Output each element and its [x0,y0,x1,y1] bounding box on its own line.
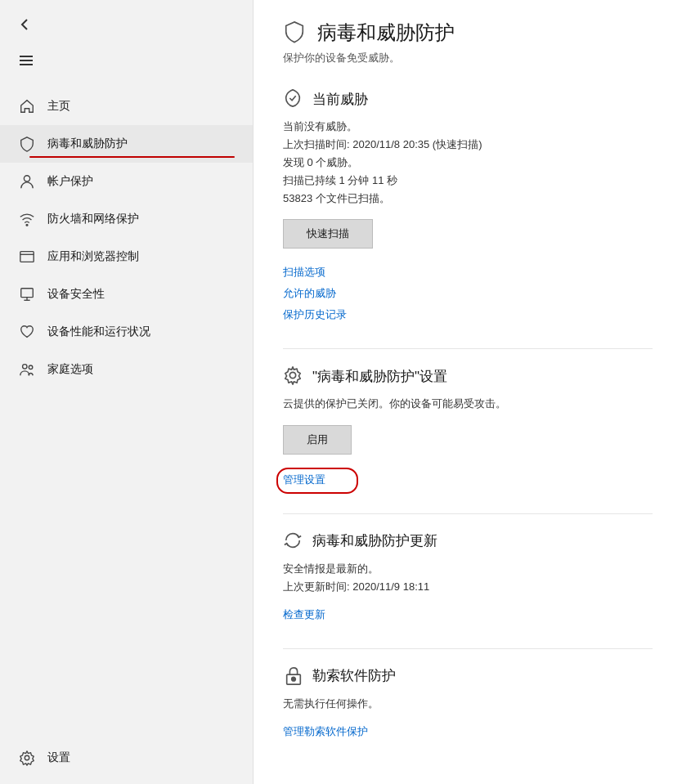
svg-point-4 [26,224,28,226]
svg-point-15 [292,677,296,681]
protection-settings-section: "病毒和威胁防护"设置 云提供的保护已关闭。你的设备可能易受攻击。 启用 管理设… [283,365,653,486]
threat-line-4: 扫描已持续 1 分钟 11 秒 [283,172,653,190]
current-threat-body: 当前没有威胁。 上次扫描时间: 2020/11/8 20:35 (快速扫描) 发… [283,118,653,208]
sidebar-item-virus-label: 病毒和威胁防护 [47,137,128,151]
page-header: 病毒和威胁防护 [283,20,653,46]
sidebar-item-family[interactable]: 家庭选项 [0,351,253,388]
enable-button[interactable]: 启用 [283,425,352,455]
protection-settings-icon [283,365,304,387]
computer-icon [18,285,36,303]
svg-rect-2 [20,64,33,65]
protection-updates-header: 病毒和威胁防护更新 [283,531,653,552]
sidebar-bottom: 设置 [0,739,253,784]
quick-scan-button[interactable]: 快速扫描 [283,219,373,249]
manage-ransomware-link[interactable]: 管理勒索软件保护 [283,724,653,739]
updates-line-1: 安全情报是最新的。 [283,560,653,578]
sidebar: 主页 病毒和威胁防护 帐户保护 防火 [0,0,254,784]
protection-updates-body: 安全情报是最新的。 上次更新时间: 2020/11/9 18:11 [283,560,653,596]
protection-updates-section: 病毒和威胁防护更新 安全情报是最新的。 上次更新时间: 2020/11/9 18… [283,531,653,622]
protection-updates-icon [283,531,304,552]
protection-history-link[interactable]: 保护历史记录 [283,307,653,322]
svg-point-12 [25,755,29,759]
ransomware-body: 无需执行任何操作。 [283,695,653,713]
sidebar-item-account[interactable]: 帐户保护 [0,163,253,200]
sidebar-item-home[interactable]: 主页 [0,87,253,125]
divider-1 [283,348,653,349]
page-subtitle: 保护你的设备免受威胁。 [283,51,653,65]
svg-rect-7 [21,289,34,298]
ransomware-header: 勒索软件防护 [283,665,653,687]
main-content: 病毒和威胁防护 保护你的设备免受威胁。 当前威胁 当前没有威胁。 上次扫描时间:… [254,0,682,784]
sidebar-item-device-performance-label: 设备性能和运行状况 [47,325,150,339]
current-threat-header: 当前威胁 [283,88,653,110]
threat-line-5: 53823 个文件已扫描。 [283,190,653,208]
manage-settings-container: 管理设置 [283,473,325,487]
protection-settings-header: "病毒和威胁防护"设置 [283,365,653,387]
current-threat-icon [283,88,304,110]
threat-line-3: 发现 0 个威胁。 [283,154,653,172]
back-button[interactable] [0,8,253,41]
ransomware-section: 勒索软件防护 无需执行任何操作。 管理勒索软件保护 [283,665,653,739]
threat-line-2: 上次扫描时间: 2020/11/8 20:35 (快速扫描) [283,136,653,154]
scan-options-link[interactable]: 扫描选项 [283,265,653,280]
hamburger-button[interactable] [0,44,253,79]
check-updates-link[interactable]: 检查更新 [283,607,653,622]
heart-icon [18,323,36,341]
sidebar-item-app-browser-label: 应用和浏览器控制 [47,249,139,264]
page-header-shield-icon [283,20,307,45]
person-icon [18,172,36,190]
ransomware-icon [283,665,304,687]
people-icon [18,361,36,379]
sidebar-item-family-label: 家庭选项 [47,362,93,377]
protection-settings-title: "病毒和威胁防护"设置 [312,367,447,386]
sidebar-item-home-label: 主页 [47,99,70,114]
svg-point-10 [23,365,27,369]
svg-rect-5 [20,252,34,262]
current-threat-section: 当前威胁 当前没有威胁。 上次扫描时间: 2020/11/8 20:35 (快速… [283,88,653,322]
sidebar-item-firewall[interactable]: 防火墙和网络保护 [0,200,253,238]
protection-updates-title: 病毒和威胁防护更新 [312,531,437,550]
divider-2 [283,513,653,514]
home-icon [18,97,36,115]
manage-settings-link[interactable]: 管理设置 [283,473,325,486]
protection-settings-body: 云提供的保护已关闭。你的设备可能易受攻击。 [283,395,653,413]
sidebar-item-device-security[interactable]: 设备安全性 [0,276,253,313]
threat-line-1: 当前没有威胁。 [283,118,653,136]
sidebar-item-device-performance[interactable]: 设备性能和运行状况 [0,313,253,351]
divider-3 [283,648,653,649]
sidebar-item-firewall-label: 防火墙和网络保护 [47,212,139,226]
ransomware-title: 勒索软件防护 [312,666,396,685]
svg-point-3 [24,176,29,181]
sidebar-item-account-label: 帐户保护 [47,174,93,189]
gear-icon [18,749,36,767]
shield-icon [18,135,36,153]
updates-line-2: 上次更新时间: 2020/11/9 18:11 [283,578,653,596]
sidebar-item-device-security-label: 设备安全性 [47,287,105,302]
allowed-threats-link[interactable]: 允许的威胁 [283,286,653,301]
window-icon [18,248,36,266]
svg-rect-1 [20,60,33,61]
svg-point-13 [289,373,295,379]
sidebar-item-settings[interactable]: 设置 [0,739,253,777]
settings-label: 设置 [47,750,70,765]
sidebar-item-app-browser[interactable]: 应用和浏览器控制 [0,238,253,276]
active-underline [29,156,235,158]
svg-rect-0 [20,56,33,57]
sidebar-item-virus[interactable]: 病毒和威胁防护 [0,125,253,163]
svg-point-11 [29,365,33,370]
current-threat-title: 当前威胁 [312,90,368,109]
page-title: 病毒和威胁防护 [317,20,455,46]
wifi-icon [18,210,36,228]
